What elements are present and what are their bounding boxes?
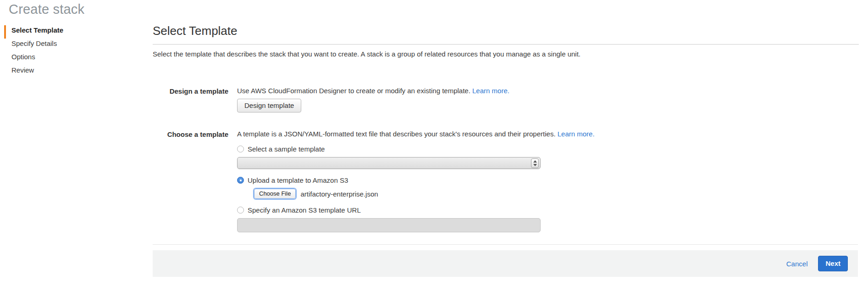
radio-button-url[interactable]: [237, 207, 244, 214]
radio-button-upload[interactable]: [237, 177, 244, 184]
sample-template-select[interactable]: [237, 157, 541, 169]
choose-learn-more-link[interactable]: Learn more.: [558, 130, 595, 138]
section-heading: Select Template: [153, 24, 859, 38]
design-template-text: Use AWS CloudFormation Designer to creat…: [237, 87, 472, 95]
file-upload-row: Choose File artifactory-enterprise.json: [254, 189, 859, 199]
select-stepper-icon: [531, 158, 539, 168]
heading-divider: [153, 44, 859, 45]
choose-file-button[interactable]: Choose File: [254, 189, 296, 199]
design-template-label: Design a template: [153, 87, 237, 112]
cancel-button[interactable]: Cancel: [786, 260, 808, 268]
next-button[interactable]: Next: [818, 256, 848, 271]
radio-upload-template[interactable]: Upload a template to Amazon S3: [237, 176, 859, 184]
choose-template-label: Choose a template: [153, 130, 237, 232]
radio-button-sample[interactable]: [237, 146, 244, 152]
radio-label-upload[interactable]: Upload a template to Amazon S3: [248, 176, 348, 184]
section-description: Select the template that describes the s…: [153, 50, 859, 58]
page-title: Create stack: [9, 2, 84, 17]
uploaded-file-name: artifactory-enterprise.json: [300, 190, 378, 198]
radio-label-url[interactable]: Specify an Amazon S3 template URL: [248, 206, 361, 214]
s3-template-url-input[interactable]: [237, 218, 541, 232]
design-template-button[interactable]: Design template: [237, 99, 301, 112]
main-content: Select Template Select the template that…: [153, 24, 859, 232]
wizard-steps-sidebar: Select Template Specify Details Options …: [0, 25, 133, 79]
design-learn-more-link[interactable]: Learn more.: [472, 87, 509, 95]
chevron-up-icon: [533, 160, 537, 163]
sidebar-step-review[interactable]: Review: [4, 65, 133, 79]
design-template-description: Use AWS CloudFormation Designer to creat…: [237, 87, 859, 95]
choose-template-row: Choose a template A template is a JSON/Y…: [153, 130, 859, 232]
sidebar-step-options[interactable]: Options: [4, 52, 133, 65]
radio-select-sample-template[interactable]: Select a sample template: [237, 145, 859, 153]
pre-footer-divider: [153, 244, 858, 245]
radio-specify-url[interactable]: Specify an Amazon S3 template URL: [237, 206, 859, 214]
wizard-footer: Cancel Next: [153, 250, 858, 277]
sidebar-step-specify-details[interactable]: Specify Details: [4, 39, 133, 52]
radio-label-sample[interactable]: Select a sample template: [248, 145, 325, 153]
chevron-down-icon: [533, 164, 537, 166]
choose-template-text: A template is a JSON/YAML-formatted text…: [237, 130, 558, 138]
choose-template-description: A template is a JSON/YAML-formatted text…: [237, 130, 859, 138]
design-template-row: Design a template Use AWS CloudFormation…: [153, 87, 859, 112]
sidebar-step-select-template[interactable]: Select Template: [4, 25, 133, 39]
